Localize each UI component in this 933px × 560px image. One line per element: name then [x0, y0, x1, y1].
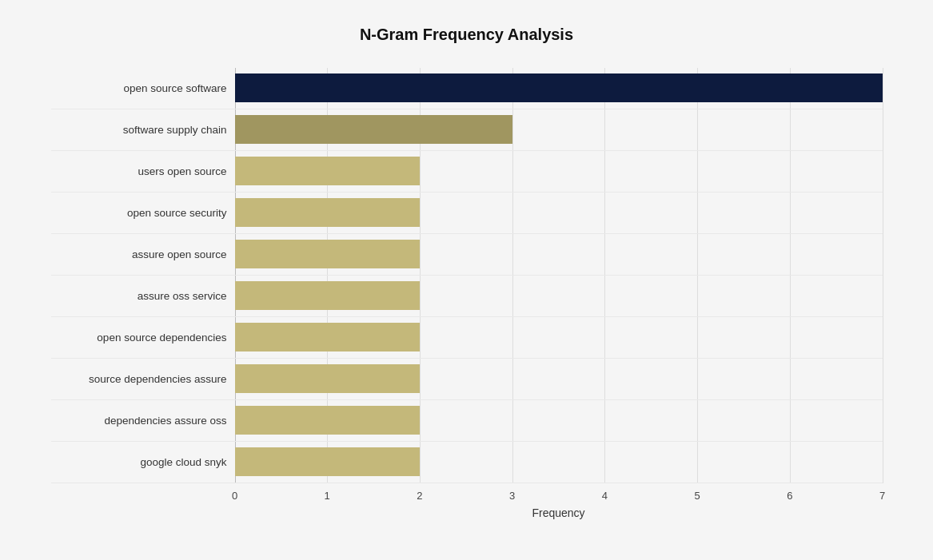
bar [235, 157, 420, 185]
x-axis-title-wrapper: Frequency [51, 506, 883, 519]
bar-label: google cloud snyk [51, 442, 235, 483]
bar [235, 115, 512, 144]
bar-row [235, 109, 883, 151]
bar [235, 364, 420, 393]
bar-label: open source software [51, 68, 235, 109]
bar-row [235, 317, 883, 359]
bar [235, 281, 420, 310]
bar-row [235, 68, 883, 109]
x-axis-labels: 01234567 [235, 487, 883, 506]
x-tick-label: 3 [509, 490, 515, 502]
chart-title: N-Gram Frequency Analysis [51, 26, 883, 44]
x-tick-label: 1 [325, 490, 330, 502]
bar-row [235, 359, 883, 400]
y-axis-labels: open source softwaresoftware supply chai… [51, 68, 235, 483]
bar [235, 198, 420, 227]
bar-row [235, 193, 883, 234]
bar [235, 240, 420, 268]
bar [235, 406, 420, 435]
x-tick-label: 7 [879, 490, 885, 502]
x-tick-label: 2 [417, 490, 422, 502]
chart-container: N-Gram Frequency Analysis open source so… [27, 10, 907, 551]
x-axis-area: 01234567 [51, 487, 883, 506]
bar-label: source dependencies assure [51, 359, 235, 400]
bar-label: software supply chain [51, 109, 235, 151]
bar [235, 323, 420, 351]
bar-label: dependencies assure oss [51, 400, 235, 442]
x-axis-labels-spacer [51, 487, 235, 506]
bar-label: open source security [51, 193, 235, 234]
bar-label: open source dependencies [51, 317, 235, 359]
x-tick-label: 4 [602, 490, 608, 502]
x-axis-title: Frequency [235, 506, 883, 519]
bar-row [235, 400, 883, 442]
bar-label: users open source [51, 151, 235, 193]
x-tick-label: 0 [232, 490, 237, 502]
grid-line [883, 68, 883, 483]
bar-row [235, 234, 883, 276]
bar [235, 447, 420, 476]
bars-column [235, 68, 883, 483]
x-tick-label: 5 [694, 490, 700, 502]
bar-label: assure open source [51, 234, 235, 276]
bars-region [235, 68, 883, 483]
x-tick-label: 6 [787, 490, 792, 502]
bar-row [235, 151, 883, 193]
bar-row [235, 442, 883, 483]
bar-row [235, 276, 883, 317]
bar [235, 73, 883, 102]
x-axis-title-spacer [51, 506, 235, 519]
bar-label: assure oss service [51, 276, 235, 317]
